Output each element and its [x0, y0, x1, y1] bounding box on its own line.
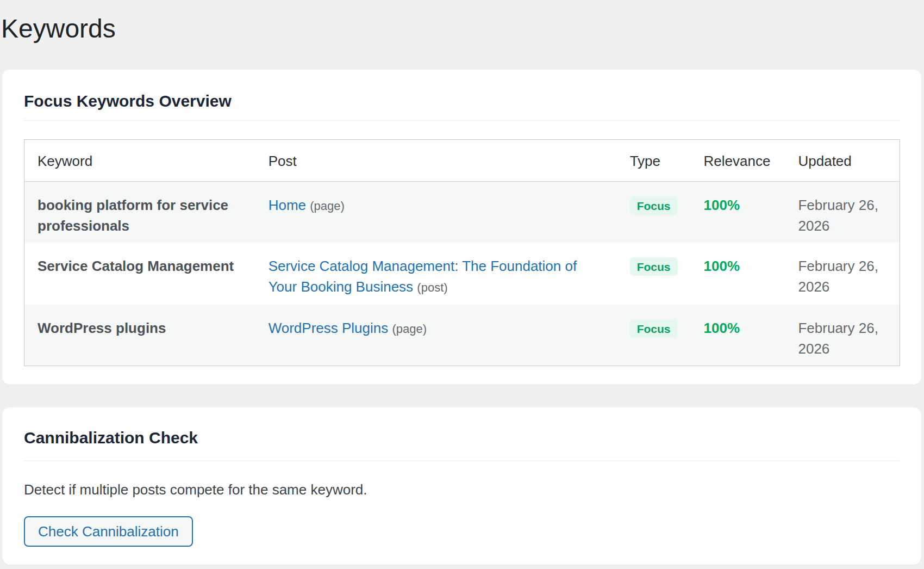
focus-keywords-card: Focus Keywords Overview Keyword Post Typ…: [2, 70, 921, 385]
table-header: Keyword Post Type Relevance Updated: [24, 140, 900, 182]
column-header-updated: Updated: [785, 140, 900, 182]
cannibalization-title: Cannibalization Check: [24, 428, 900, 448]
keywords-table-body: booking platform for service professiona…: [24, 182, 900, 366]
post-kind-label: (page): [310, 199, 345, 213]
table-row: Service Catalog ManagementService Catalo…: [24, 243, 900, 305]
post-cell: Home (page): [255, 182, 617, 243]
post-cell: Service Catalog Management: The Foundati…: [255, 243, 617, 305]
check-cannibalization-button[interactable]: Check Cannibalization: [24, 516, 193, 547]
keywords-table: Keyword Post Type Relevance Updated book…: [24, 139, 900, 366]
relevance-value: 100%: [691, 243, 785, 305]
post-link[interactable]: Home: [269, 197, 306, 213]
cannibalization-card: Cannibalization Check Detect if multiple…: [2, 407, 921, 565]
post-cell: WordPress Plugins (page): [255, 305, 617, 366]
keyword-cell: Service Catalog Management: [24, 243, 255, 305]
focus-badge: Focus: [630, 257, 678, 276]
post-kind-label: (page): [392, 322, 427, 336]
updated-date: February 26, 2026: [785, 243, 900, 305]
table-row: booking platform for service professiona…: [24, 182, 900, 243]
relevance-value: 100%: [691, 182, 785, 243]
updated-date: February 26, 2026: [785, 182, 900, 243]
focus-badge: Focus: [630, 319, 678, 338]
table-row: WordPress pluginsWordPress Plugins (page…: [24, 305, 900, 366]
focus-badge: Focus: [630, 196, 678, 215]
column-header-keyword: Keyword: [24, 140, 255, 182]
focus-overview-title: Focus Keywords Overview: [24, 91, 900, 111]
relevance-value: 100%: [691, 305, 785, 366]
column-header-post: Post: [255, 140, 617, 182]
divider: [24, 461, 900, 461]
keyword-cell: WordPress plugins: [24, 305, 255, 366]
updated-date: February 26, 2026: [785, 305, 900, 366]
page-title: Keywords: [0, 0, 924, 45]
type-cell: Focus: [617, 305, 691, 366]
keyword-cell: booking platform for service professiona…: [24, 182, 255, 243]
column-header-relevance: Relevance: [691, 140, 785, 182]
post-kind-label: (post): [417, 281, 447, 294]
column-header-type: Type: [617, 140, 691, 182]
cannibalization-description: Detect if multiple posts compete for the…: [24, 481, 900, 498]
divider: [24, 120, 900, 121]
type-cell: Focus: [617, 243, 691, 305]
type-cell: Focus: [617, 182, 691, 243]
post-link[interactable]: WordPress Plugins: [269, 320, 389, 336]
